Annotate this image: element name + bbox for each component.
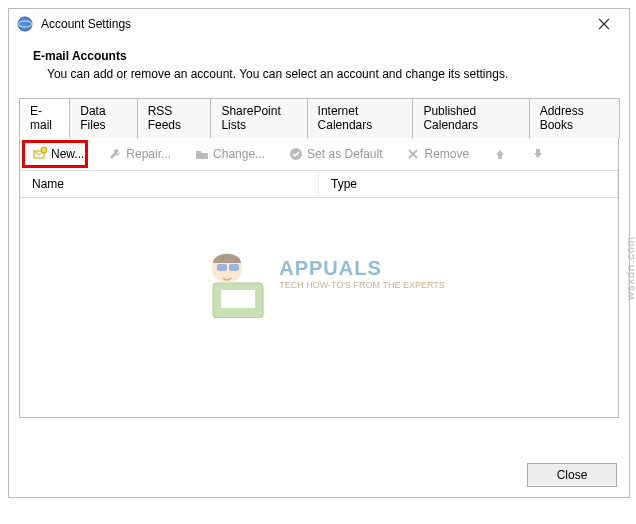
window-title: Account Settings <box>41 17 589 31</box>
remove-x-icon <box>406 147 420 161</box>
close-button[interactable] <box>589 14 619 34</box>
close-dialog-button[interactable]: Close <box>527 463 617 487</box>
svg-point-5 <box>41 147 47 153</box>
change-button: Change... <box>188 144 272 164</box>
source-watermark: wsxdn.com <box>624 236 636 300</box>
tab-address-books[interactable]: Address Books <box>529 98 620 138</box>
check-circle-icon <box>289 147 303 161</box>
watermark-character-icon <box>193 228 273 318</box>
tab-internet-calendars[interactable]: Internet Calendars <box>307 98 414 138</box>
watermark: APPUALS TECH HOW-TO'S FROM THE EXPERTS <box>20 228 618 318</box>
watermark-tagline: TECH HOW-TO'S FROM THE EXPERTS <box>279 280 445 290</box>
move-down-button <box>524 144 552 164</box>
tab-label: SharePoint Lists <box>221 104 280 132</box>
wrench-icon <box>108 147 122 161</box>
set-default-button: Set as Default <box>282 144 389 164</box>
header-section: E-mail Accounts You can add or remove an… <box>9 39 629 97</box>
svg-rect-13 <box>229 264 239 271</box>
svg-point-11 <box>212 253 242 283</box>
new-button[interactable]: New... <box>26 144 91 164</box>
dialog-buttons: Close <box>527 463 617 487</box>
list-header: Name Type <box>20 171 618 198</box>
close-label: Close <box>557 468 588 482</box>
new-label: New... <box>51 147 84 161</box>
set-default-label: Set as Default <box>307 147 382 161</box>
tab-published-calendars[interactable]: Published Calendars <box>412 98 529 138</box>
dialog-window: Account Settings E-mail Accounts You can… <box>8 8 630 498</box>
account-list[interactable]: APPUALS TECH HOW-TO'S FROM THE EXPERTS <box>20 198 618 398</box>
tab-label: Internet Calendars <box>318 104 373 132</box>
column-name[interactable]: Name <box>20 171 319 197</box>
tab-label: Published Calendars <box>423 104 478 132</box>
mail-new-icon <box>33 147 47 161</box>
column-type[interactable]: Type <box>319 171 618 197</box>
remove-button: Remove <box>399 144 476 164</box>
header-subtitle: You can add or remove an account. You ca… <box>33 67 605 81</box>
repair-label: Repair... <box>126 147 171 161</box>
tab-body-email: New... Repair... Change... Set as Defaul… <box>19 138 619 418</box>
tab-label: Address Books <box>540 104 584 132</box>
change-label: Change... <box>213 147 265 161</box>
toolbar: New... Repair... Change... Set as Defaul… <box>20 138 618 171</box>
tab-data-files[interactable]: Data Files <box>69 98 137 138</box>
tab-label: E-mail <box>30 104 52 132</box>
repair-button: Repair... <box>101 144 178 164</box>
svg-rect-9 <box>213 283 263 318</box>
tab-label: Data Files <box>80 104 105 132</box>
svg-point-0 <box>18 17 32 31</box>
move-up-button <box>486 144 514 164</box>
watermark-brand: APPUALS <box>279 257 445 280</box>
titlebar: Account Settings <box>9 9 629 39</box>
folder-settings-icon <box>195 147 209 161</box>
tab-strip: E-mail Data Files RSS Feeds SharePoint L… <box>19 97 619 138</box>
tab-label: RSS Feeds <box>148 104 181 132</box>
header-title: E-mail Accounts <box>33 49 605 63</box>
tab-email[interactable]: E-mail <box>19 98 70 138</box>
svg-rect-12 <box>217 264 227 271</box>
svg-rect-10 <box>221 290 255 308</box>
app-icon <box>17 16 33 32</box>
tab-sharepoint-lists[interactable]: SharePoint Lists <box>210 98 307 138</box>
tab-rss-feeds[interactable]: RSS Feeds <box>137 98 212 138</box>
arrow-down-icon <box>531 147 545 161</box>
arrow-up-icon <box>493 147 507 161</box>
remove-label: Remove <box>424 147 469 161</box>
